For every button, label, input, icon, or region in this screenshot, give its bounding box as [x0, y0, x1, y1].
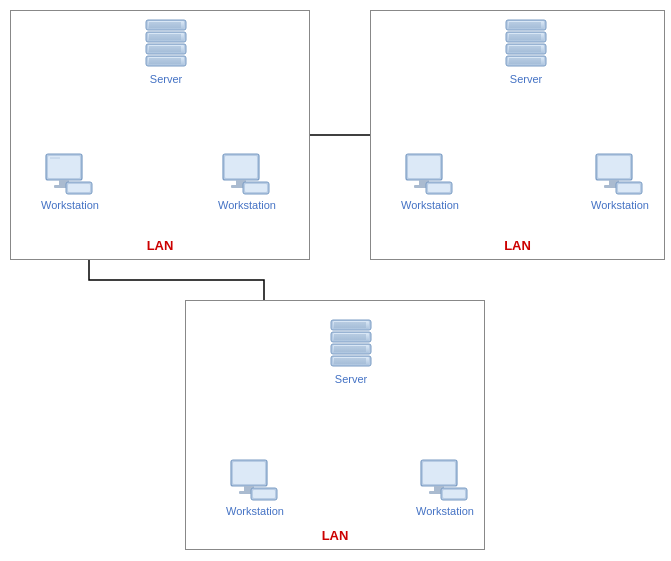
svg-rect-242: [233, 462, 265, 484]
svg-rect-80: [225, 156, 257, 178]
svg-rect-252: [443, 490, 465, 498]
workstation-icon: [594, 152, 646, 196]
workstation-icon: [221, 152, 273, 196]
svg-rect-158: [408, 156, 440, 178]
lan1-ws1: Workstation: [30, 152, 110, 211]
workstation-icon: [229, 458, 281, 502]
lan2-ws2: Workstation: [580, 152, 660, 211]
lan2-ws1: Workstation: [390, 152, 470, 211]
workstation-icon: [44, 152, 96, 196]
lan3-server: Server: [311, 318, 391, 385]
workstation-icon: [419, 458, 471, 502]
lan2-server-label: Server: [510, 73, 542, 85]
lan1-ws2: Workstation: [207, 152, 287, 211]
lan3-server-label: Server: [335, 373, 367, 385]
svg-rect-162: [428, 184, 450, 192]
server-icon: [327, 318, 375, 370]
svg-rect-246: [253, 490, 275, 498]
lan3-ws1-label: Workstation: [226, 505, 284, 517]
svg-rect-164: [598, 156, 630, 178]
lan1-label: LAN: [147, 238, 174, 253]
lan1-ws2-label: Workstation: [218, 199, 276, 211]
lan3-ws1: Workstation: [215, 458, 295, 517]
lan3-ws2-label: Workstation: [416, 505, 474, 517]
svg-rect-73: [48, 156, 80, 178]
svg-rect-78: [68, 184, 90, 192]
server-icon: [142, 18, 190, 70]
lan1-server-label: Server: [150, 73, 182, 85]
lan2-label: LAN: [504, 238, 531, 253]
server-icon: [502, 18, 550, 70]
lan2-server: Server: [486, 18, 566, 85]
lan2-ws2-label: Workstation: [591, 199, 649, 211]
lan1-server: Server: [126, 18, 206, 85]
lan3-ws2: Workstation: [405, 458, 485, 517]
canvas: LAN LAN LAN: [0, 0, 671, 561]
svg-rect-168: [618, 184, 640, 192]
svg-rect-84: [245, 184, 267, 192]
lan3-label: LAN: [322, 528, 349, 543]
lan2-ws1-label: Workstation: [401, 199, 459, 211]
svg-rect-248: [423, 462, 455, 484]
lan1-ws1-label: Workstation: [41, 199, 99, 211]
workstation-icon: [404, 152, 456, 196]
